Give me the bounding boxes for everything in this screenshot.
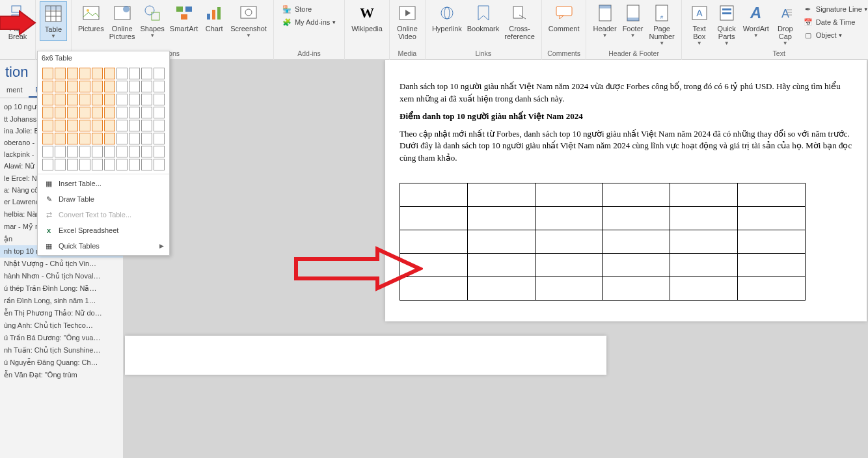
nav-heading-item[interactable]: ú thép Trần Đình Long: Nắ…: [0, 282, 123, 295]
grid-cell[interactable]: [67, 133, 78, 144]
grid-cell[interactable]: [79, 133, 90, 144]
grid-cell[interactable]: [116, 159, 128, 170]
grid-cell[interactable]: [67, 159, 78, 170]
grid-cell[interactable]: [141, 94, 152, 105]
grid-cell[interactable]: [116, 120, 128, 131]
grid-cell[interactable]: [42, 107, 53, 118]
grid-cell[interactable]: [104, 120, 115, 131]
date-time-button[interactable]: 📅Date & Time: [802, 16, 868, 29]
grid-cell[interactable]: [129, 107, 140, 118]
grid-cell[interactable]: [129, 94, 140, 105]
table-grid-selector[interactable]: [38, 64, 169, 174]
online-pictures-button[interactable]: OnlinePictures: [107, 1, 138, 42]
grid-cell[interactable]: [92, 146, 103, 157]
grid-cell[interactable]: [55, 133, 66, 144]
grid-cell[interactable]: [104, 146, 115, 157]
grid-cell[interactable]: [129, 133, 140, 144]
grid-cell[interactable]: [55, 120, 66, 131]
grid-cell[interactable]: [92, 120, 103, 131]
grid-cell[interactable]: [116, 68, 128, 79]
header-button[interactable]: Header ▼: [590, 1, 619, 40]
grid-cell[interactable]: [42, 146, 53, 157]
grid-cell[interactable]: [141, 159, 152, 170]
grid-cell[interactable]: [55, 146, 66, 157]
excel-spreadsheet-item[interactable]: xExcel Spreadsheet: [38, 222, 169, 238]
object-button[interactable]: ▢Object ▼: [802, 29, 868, 42]
grid-cell[interactable]: [104, 159, 115, 170]
quick-tables-item[interactable]: ▦Quick Tables▶: [38, 238, 169, 254]
nav-heading-item[interactable]: Nhật Vượng - Chủ tịch Vin…: [0, 258, 123, 270]
grid-cell[interactable]: [92, 68, 103, 79]
grid-cell[interactable]: [104, 133, 115, 144]
grid-cell[interactable]: [141, 68, 152, 79]
grid-cell[interactable]: [42, 159, 53, 170]
screenshot-button[interactable]: Screenshot ▼: [228, 1, 269, 40]
paragraph-2[interactable]: Theo cập nhật mới nhất từ Forbes, danh s…: [400, 128, 852, 165]
grid-cell[interactable]: [42, 120, 53, 131]
grid-cell[interactable]: [116, 94, 128, 105]
grid-cell[interactable]: [55, 81, 66, 92]
nav-heading-item[interactable]: hành Nhơn - Chủ tịch Noval…: [0, 270, 123, 282]
nav-heading-item[interactable]: ú Nguyễn Đăng Quang: Ch…: [0, 357, 123, 369]
pictures-button[interactable]: Pictures: [75, 1, 107, 34]
grid-cell[interactable]: [129, 159, 140, 170]
grid-cell[interactable]: [154, 107, 165, 118]
drop-cap-button[interactable]: A DropCap ▼: [772, 1, 799, 47]
grid-cell[interactable]: [129, 68, 140, 79]
grid-cell[interactable]: [116, 146, 128, 157]
grid-cell[interactable]: [154, 120, 165, 131]
grid-cell[interactable]: [104, 107, 115, 118]
grid-cell[interactable]: [92, 133, 103, 144]
grid-cell[interactable]: [55, 159, 66, 170]
grid-cell[interactable]: [92, 94, 103, 105]
grid-cell[interactable]: [67, 68, 78, 79]
nav-heading-item[interactable]: ùng Anh: Chủ tịch Techco…: [0, 319, 123, 332]
grid-cell[interactable]: [79, 94, 90, 105]
grid-cell[interactable]: [79, 68, 90, 79]
grid-cell[interactable]: [141, 120, 152, 131]
grid-cell[interactable]: [104, 68, 115, 79]
grid-cell[interactable]: [92, 107, 103, 118]
grid-cell[interactable]: [42, 81, 53, 92]
nav-heading-item[interactable]: ú Trần Bá Dương: "Ông vua…: [0, 332, 123, 344]
grid-cell[interactable]: [116, 133, 128, 144]
nav-heading-item[interactable]: rần Đình Long, sinh năm 1…: [0, 295, 123, 307]
grid-cell[interactable]: [42, 133, 53, 144]
grid-cell[interactable]: [129, 120, 140, 131]
inserted-table[interactable]: [400, 183, 806, 301]
grid-cell[interactable]: [79, 159, 90, 170]
footer-button[interactable]: Footer ▼: [619, 1, 647, 40]
cross-reference-button[interactable]: Cross-reference: [502, 1, 537, 42]
grid-cell[interactable]: [116, 81, 128, 92]
grid-cell[interactable]: [79, 81, 90, 92]
quick-parts-button[interactable]: QuickParts ▼: [713, 1, 740, 47]
nav-heading-item[interactable]: nh Tuấn: Chủ tịch Sunshine…: [0, 344, 123, 357]
grid-cell[interactable]: [79, 120, 90, 131]
grid-cell[interactable]: [67, 146, 78, 157]
comment-button[interactable]: Comment: [546, 1, 582, 34]
page-number-button[interactable]: # PageNumber ▼: [647, 1, 677, 47]
table-button[interactable]: Table ▼: [40, 1, 67, 41]
grid-cell[interactable]: [67, 94, 78, 105]
grid-cell[interactable]: [154, 68, 165, 79]
grid-cell[interactable]: [141, 107, 152, 118]
grid-cell[interactable]: [129, 146, 140, 157]
grid-cell[interactable]: [55, 107, 66, 118]
nav-heading-item[interactable]: ễn Thị Phương Thảo: Nữ do…: [0, 307, 123, 319]
grid-cell[interactable]: [154, 146, 165, 157]
smartart-button[interactable]: SmartArt: [167, 1, 200, 34]
insert-table-item[interactable]: ▦Insert Table...: [38, 176, 169, 191]
hyperlink-button[interactable]: Hyperlink: [429, 1, 465, 34]
draw-table-item[interactable]: ✎Draw Table: [38, 191, 169, 207]
chart-button[interactable]: Chart: [200, 1, 228, 34]
nav-tab-headings[interactable]: ment: [0, 83, 29, 98]
online-video-button[interactable]: OnlineVideo: [394, 1, 421, 42]
grid-cell[interactable]: [42, 94, 53, 105]
grid-cell[interactable]: [141, 81, 152, 92]
grid-cell[interactable]: [92, 81, 103, 92]
document-page-2[interactable]: [125, 336, 606, 375]
grid-cell[interactable]: [42, 68, 53, 79]
shapes-button[interactable]: Shapes ▼: [138, 1, 167, 40]
grid-cell[interactable]: [104, 94, 115, 105]
document-page[interactable]: Danh sách top 10 người giàu nhất Việt Na…: [385, 60, 867, 321]
